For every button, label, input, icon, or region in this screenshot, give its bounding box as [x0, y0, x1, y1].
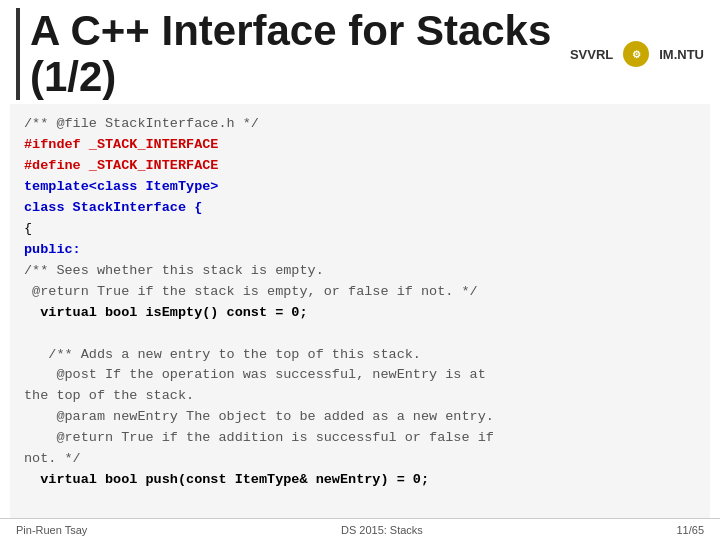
code-line-5: class StackInterface {: [24, 200, 202, 215]
code-line-8: /** Sees whether this stack is empty.: [24, 263, 324, 278]
code-line-2: #ifndef _STACK_INTERFACE: [24, 137, 218, 152]
code-line-4: template<class ItemType>: [24, 179, 218, 194]
code-line-9: @return True if the stack is empty, or f…: [24, 284, 478, 299]
code-line-7: public:: [24, 242, 81, 257]
svvrl-logo-text: SVVRL: [570, 47, 613, 62]
code-line-11: /** Adds a new entry to the top of this …: [48, 347, 421, 362]
code-block: /** @file StackInterface.h */ #ifndef _S…: [24, 114, 696, 491]
page-header: A C++ Interface for Stacks (1/2) SVVRL ⚙…: [0, 0, 720, 104]
code-line-17: virtual bool push(const ItemType& newEnt…: [40, 472, 429, 487]
footer-left: Pin-Ruen Tsay: [16, 524, 87, 536]
svvrl-logo-icon: ⚙: [623, 41, 649, 67]
footer-right: 11/65: [676, 524, 704, 536]
code-line-6: {: [24, 221, 32, 236]
code-area: /** @file StackInterface.h */ #ifndef _S…: [10, 104, 710, 540]
logos-area: SVVRL ⚙ IM.NTU: [570, 41, 704, 67]
code-line-13: the top of the stack.: [24, 388, 194, 403]
page-footer: Pin-Ruen Tsay DS 2015: Stacks 11/65: [0, 518, 720, 540]
page-title: A C++ Interface for Stacks (1/2): [16, 8, 570, 100]
imntu-logo-text: IM.NTU: [659, 47, 704, 62]
footer-center: DS 2015: Stacks: [341, 524, 423, 536]
code-line-12: @post If the operation was successful, n…: [24, 367, 486, 382]
code-line-1: /** @file StackInterface.h */: [24, 116, 259, 131]
code-line-10: virtual bool isEmpty() const = 0;: [40, 305, 307, 320]
code-line-15: @return True if the addition is successf…: [24, 430, 494, 445]
code-line-16: not. */: [24, 451, 81, 466]
code-line-3: #define _STACK_INTERFACE: [24, 158, 218, 173]
code-line-14: @param newEntry The object to be added a…: [24, 409, 494, 424]
